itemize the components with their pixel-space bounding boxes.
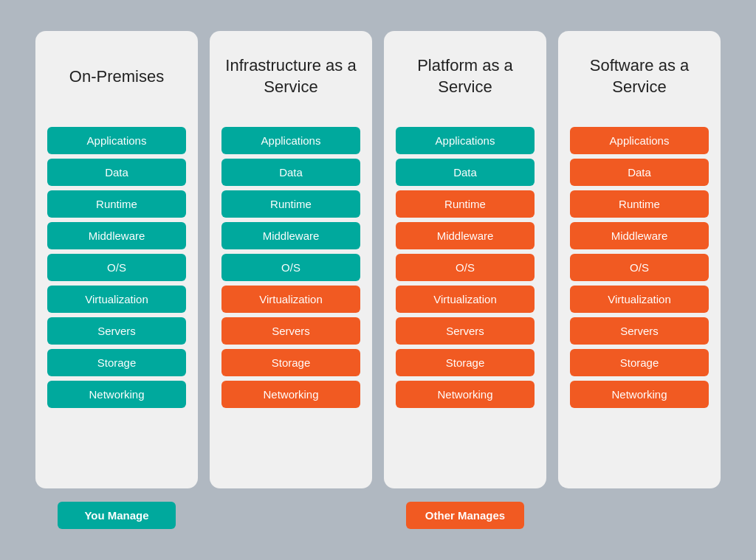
item-saas-8: Networking (570, 381, 709, 408)
column-saas: Software as a ServiceApplicationsDataRun… (558, 31, 721, 488)
column-title-iaas: Infrastructure as a Service (221, 47, 360, 106)
item-saas-4: O/S (570, 254, 709, 281)
item-paas-4: O/S (396, 254, 535, 281)
column-title-saas: Software as a Service (570, 47, 709, 106)
other-manages-badge: Other Manages (406, 502, 524, 529)
item-paas-5: Virtualization (396, 286, 535, 313)
item-paas-7: Storage (396, 349, 535, 376)
item-iaas-2: Runtime (221, 190, 360, 218)
item-on-premises-2: Runtime (47, 190, 186, 218)
item-on-premises-6: Servers (47, 317, 186, 345)
footer-left-spacer: You Manage (35, 502, 198, 529)
item-paas-8: Networking (396, 381, 535, 408)
column-on-premises: On-PremisesApplicationsDataRuntimeMiddle… (35, 31, 198, 488)
item-saas-2: Runtime (570, 190, 709, 218)
item-paas-0: Applications (396, 127, 535, 154)
item-iaas-4: O/S (221, 254, 360, 281)
item-saas-3: Middleware (570, 222, 709, 249)
item-saas-1: Data (570, 159, 709, 186)
main-container: On-PremisesApplicationsDataRuntimeMiddle… (15, 31, 741, 488)
item-on-premises-3: Middleware (47, 222, 186, 249)
you-manage-badge: You Manage (58, 502, 176, 529)
column-title-on-premises: On-Premises (69, 47, 164, 106)
column-paas: Platform as a ServiceApplicationsDataRun… (384, 31, 546, 488)
items-list-saas: ApplicationsDataRuntimeMiddlewareO/SVirt… (570, 127, 709, 408)
item-paas-2: Runtime (396, 190, 535, 218)
item-on-premises-0: Applications (47, 127, 186, 154)
footer-row: You Manage Other Manages (15, 502, 741, 529)
item-iaas-5: Virtualization (221, 286, 360, 313)
item-saas-5: Virtualization (570, 286, 709, 313)
column-title-paas: Platform as a Service (396, 47, 535, 106)
items-list-iaas: ApplicationsDataRuntimeMiddlewareO/SVirt… (221, 127, 360, 408)
item-iaas-6: Servers (221, 317, 360, 345)
footer-right-spacer: Other Manages (384, 502, 546, 529)
footer-far-right-spacer (558, 502, 721, 529)
item-on-premises-8: Networking (47, 381, 186, 408)
item-on-premises-4: O/S (47, 254, 186, 281)
item-paas-3: Middleware (396, 222, 535, 249)
item-paas-6: Servers (396, 317, 535, 345)
item-saas-0: Applications (570, 127, 709, 154)
item-saas-6: Servers (570, 317, 709, 345)
column-iaas: Infrastructure as a ServiceApplicationsD… (210, 31, 372, 488)
item-iaas-3: Middleware (221, 222, 360, 249)
items-list-paas: ApplicationsDataRuntimeMiddlewareO/SVirt… (396, 127, 535, 408)
item-on-premises-7: Storage (47, 349, 186, 376)
items-list-on-premises: ApplicationsDataRuntimeMiddlewareO/SVirt… (47, 127, 186, 408)
item-iaas-1: Data (221, 159, 360, 186)
item-saas-7: Storage (570, 349, 709, 376)
item-iaas-8: Networking (221, 381, 360, 408)
item-on-premises-5: Virtualization (47, 286, 186, 313)
item-iaas-0: Applications (221, 127, 360, 154)
item-paas-1: Data (396, 159, 535, 186)
footer-mid-spacer (210, 502, 372, 529)
item-iaas-7: Storage (221, 349, 360, 376)
item-on-premises-1: Data (47, 159, 186, 186)
